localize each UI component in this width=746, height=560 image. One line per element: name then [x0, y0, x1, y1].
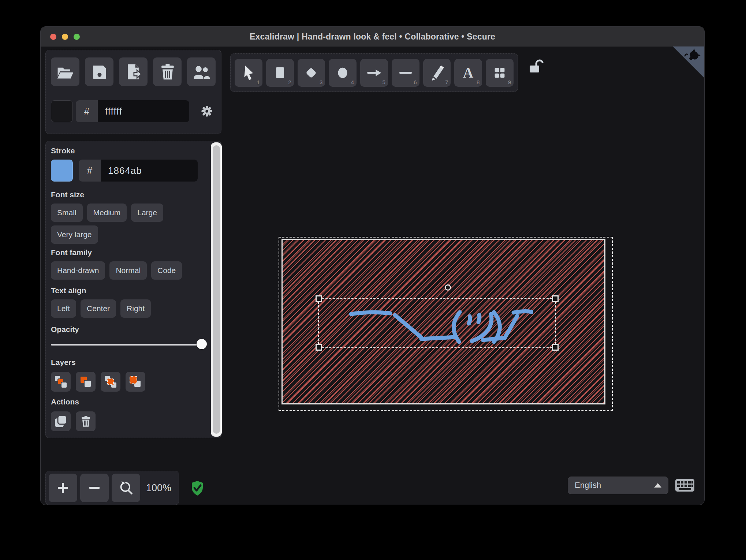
text-align-right[interactable]: Right: [120, 299, 151, 318]
excalidraw-window: Excalidraw | Hand-drawn look & feel • Co…: [40, 26, 705, 505]
font-size-large[interactable]: Large: [131, 204, 163, 222]
zoom-level[interactable]: 100%: [146, 482, 171, 494]
minus-icon: [88, 482, 101, 494]
tool-line[interactable]: 6: [392, 59, 419, 87]
shape-toolbar-island: 1 2 3 4: [230, 53, 518, 92]
tool-rectangle[interactable]: 2: [266, 59, 294, 87]
opacity-slider[interactable]: [51, 344, 206, 346]
keep-tool-active-toggle[interactable]: [527, 57, 545, 75]
export-file-icon: [124, 62, 143, 81]
delete-button[interactable]: [76, 411, 96, 431]
font-size-very-large[interactable]: Very large: [51, 225, 98, 244]
canvas-background-row: #: [51, 100, 189, 122]
tool-library[interactable]: 9: [486, 59, 514, 87]
font-size-medium[interactable]: Medium: [87, 204, 127, 222]
font-size-small[interactable]: Small: [51, 204, 83, 222]
send-to-back-button[interactable]: [51, 372, 71, 392]
send-backward-button[interactable]: [76, 372, 96, 392]
open-file-button[interactable]: [51, 57, 79, 86]
reset-zoom-button[interactable]: [112, 474, 140, 502]
stroke-label: Stroke: [51, 146, 75, 155]
keyboard-shortcuts-button[interactable]: [675, 479, 695, 492]
zoom-out-button[interactable]: [80, 474, 109, 502]
bring-forward-icon: [104, 375, 117, 388]
canvas-background-swatch[interactable]: [51, 100, 73, 122]
font-size-label: Font size: [51, 190, 84, 199]
font-family-hand-drawn[interactable]: Hand-drawn: [51, 261, 105, 280]
font-family-code[interactable]: Code: [151, 261, 182, 280]
stroke-hex-field: #: [79, 160, 198, 182]
trash-icon: [79, 415, 92, 428]
send-to-back-icon: [54, 375, 67, 388]
text-align-label: Text align: [51, 286, 86, 295]
shortcut-label: 9: [508, 79, 511, 85]
shortcut-label: 8: [477, 79, 480, 85]
bring-to-front-button[interactable]: [126, 372, 145, 392]
export-button[interactable]: [119, 57, 148, 86]
send-backward-icon: [79, 375, 92, 388]
pencil-icon: [428, 64, 446, 82]
library-icon: [491, 64, 509, 82]
arrow-icon: [365, 64, 383, 82]
language-select[interactable]: English: [568, 477, 668, 494]
clear-canvas-button[interactable]: [153, 57, 182, 86]
resize-handle-top-left[interactable]: [316, 295, 322, 302]
resize-handle-bottom-right[interactable]: [552, 344, 559, 351]
canvas-background-input[interactable]: [98, 100, 189, 122]
properties-panel-island: Stroke # Font size Small Medium Large Ve…: [45, 141, 221, 438]
duplicate-button[interactable]: [51, 411, 71, 431]
panel-scrollbar[interactable]: [211, 142, 222, 437]
tool-text[interactable]: A 8: [454, 59, 482, 87]
shortcut-label: 3: [320, 79, 322, 85]
desktop: Excalidraw | Hand-drawn look & feel • Co…: [0, 0, 746, 560]
text-align-center[interactable]: Center: [81, 299, 116, 318]
rectangle-icon: [271, 64, 289, 82]
bring-forward-button[interactable]: [101, 372, 120, 392]
chevron-up-icon: [654, 483, 661, 488]
font-family-normal[interactable]: Normal: [109, 261, 147, 280]
encryption-shield-icon[interactable]: [191, 481, 204, 496]
shortcut-label: 5: [383, 79, 385, 85]
zoom-window-button[interactable]: [74, 34, 80, 40]
hash-prefix: #: [76, 100, 98, 122]
window-title: Excalidraw | Hand-drawn look & feel • Co…: [250, 32, 495, 42]
duplicate-icon: [54, 415, 67, 428]
opacity-label: Opacity: [51, 325, 79, 334]
panel-scrollbar-thumb[interactable]: [213, 145, 220, 434]
save-button[interactable]: [85, 57, 113, 86]
keyboard-icon: [675, 479, 695, 492]
unlocked-padlock-icon: [527, 57, 545, 75]
tool-diamond[interactable]: 3: [298, 59, 325, 87]
tool-ellipse[interactable]: 4: [329, 59, 357, 87]
shortcut-label: 4: [351, 79, 354, 85]
opacity-slider-thumb[interactable]: [197, 339, 207, 349]
zoom-in-button[interactable]: [49, 474, 77, 502]
canvas-settings-button[interactable]: [201, 105, 213, 117]
save-icon: [90, 62, 109, 81]
collaborators-icon: [192, 62, 211, 81]
text-align-left[interactable]: Left: [51, 299, 76, 318]
layers-label: Layers: [51, 358, 76, 367]
resize-handle-bottom-left[interactable]: [316, 344, 322, 351]
close-window-button[interactable]: [50, 34, 56, 40]
resize-handle-top-right[interactable]: [552, 295, 559, 302]
line-icon: [396, 64, 415, 82]
tool-selection[interactable]: 1: [235, 59, 262, 87]
rotate-handle[interactable]: [445, 284, 451, 291]
collaborators-button[interactable]: [187, 57, 216, 86]
hash-prefix: #: [79, 160, 101, 182]
diamond-icon: [302, 64, 320, 82]
language-selected: English: [575, 481, 601, 490]
stroke-color-input[interactable]: [101, 160, 198, 182]
minimize-window-button[interactable]: [62, 34, 68, 40]
tool-draw[interactable]: 7: [423, 59, 451, 87]
actions-label: Actions: [51, 397, 79, 406]
tool-arrow[interactable]: 5: [360, 59, 388, 87]
file-toolbar-island: #: [45, 50, 221, 134]
svg-text:A: A: [463, 65, 474, 81]
reset-zoom-icon: [119, 481, 133, 495]
title-bar: Excalidraw | Hand-drawn look & feel • Co…: [41, 27, 704, 47]
stroke-color-swatch[interactable]: [51, 160, 73, 182]
shortcut-label: 2: [288, 79, 291, 85]
text-selection-outline[interactable]: [318, 298, 556, 348]
